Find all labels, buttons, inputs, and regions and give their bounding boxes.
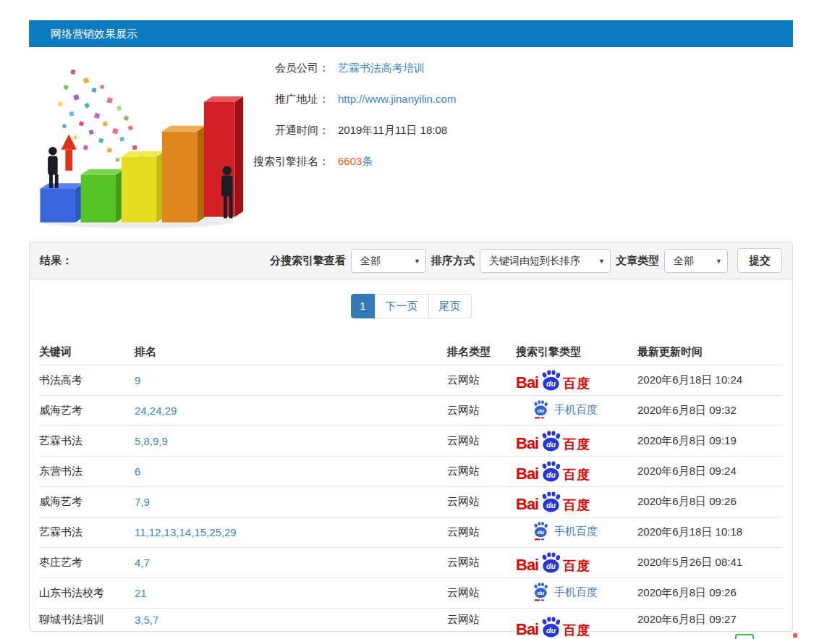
promotion-url-label: 推广地址： xyxy=(246,93,329,106)
engine-filter-label: 分搜索引擎查看 xyxy=(270,254,346,268)
sort-select-value: 关键词由短到长排序 xyxy=(489,255,580,266)
engine-rank-value: 6603条 xyxy=(338,155,373,169)
svg-text:du: du xyxy=(546,562,556,570)
article-type-label: 文章类型 xyxy=(616,254,659,268)
baidu-logo-cn: 百度 xyxy=(563,438,590,452)
updated-cell: 2020年6月8日 09:19 xyxy=(637,434,783,448)
updated-cell: 2020年6月8日 09:24 xyxy=(637,465,783,478)
rank-unit: 条 xyxy=(362,155,373,167)
results-body: 1 下一页 尾页 关键词排名排名类型搜索引擎类型最新更新时间 书法高考 9 云网… xyxy=(30,279,792,631)
baidu-paw-icon: du xyxy=(539,370,562,391)
company-link[interactable]: 艺霖书法高考培训 xyxy=(338,62,425,75)
ranks-cell[interactable]: 3,5,7 xyxy=(135,614,447,626)
bar-chart-growth-illustration xyxy=(29,56,246,233)
svg-text:du: du xyxy=(546,626,556,635)
company-row: 会员公司： 艺霖书法高考培训 xyxy=(246,62,456,75)
mobile-baidu-logo: du手机百度 xyxy=(532,522,598,541)
updated-cell: 2020年6月18日 10:18 xyxy=(637,525,783,539)
rank-type-cell: 云网站 xyxy=(447,373,516,387)
baidu-logo-text: Bai xyxy=(516,496,538,512)
baidu-logo: Baidu百度 xyxy=(516,461,590,481)
baidu-logo: Baidu百度 xyxy=(516,491,590,512)
ranks-cell[interactable]: 5,8,9,9 xyxy=(135,435,447,447)
baidu-logo-text: Bai xyxy=(516,622,538,638)
ranks-cell[interactable]: 7,9 xyxy=(135,496,447,508)
sort-filter-label: 排序方式 xyxy=(431,254,475,268)
promotion-url-link[interactable]: http://www.jinanyilin.com xyxy=(338,93,456,105)
member-info: 会员公司： 艺霖书法高考培训 推广地址： http://www.jinanyil… xyxy=(246,56,456,233)
engine-rank-label: 搜索引擎排名： xyxy=(246,155,329,169)
promo-image xyxy=(29,56,246,233)
engine-cell: Baidu百度 xyxy=(516,461,637,481)
engine-select[interactable]: 全部 ▼ xyxy=(351,249,426,273)
engine-cell: Baidu百度 xyxy=(516,552,637,572)
mobile-baidu-icon: du xyxy=(532,522,549,541)
sort-select[interactable]: 关键词由短到长排序 ▼ xyxy=(480,249,611,273)
keyword-cell: 书法高考 xyxy=(39,373,135,387)
baidu-logo: Baidu百度 xyxy=(516,552,590,572)
table-header-cell: 关键词 xyxy=(39,345,135,359)
floating-widget-partial[interactable] xyxy=(735,634,754,639)
baidu-logo-text: Bai xyxy=(516,375,538,391)
filter-bar: 结果： 分搜索引擎查看 全部 ▼ 排序方式 关键词由短到长排序 ▼ 文章类型 全… xyxy=(30,242,792,279)
chevron-down-icon: ▼ xyxy=(598,250,605,273)
company-label: 会员公司： xyxy=(246,62,329,75)
article-type-value: 全部 xyxy=(674,255,694,266)
updated-cell: 2020年6月8日 09:26 xyxy=(637,495,783,509)
next-page-button[interactable]: 下一页 xyxy=(375,294,429,318)
svg-text:du: du xyxy=(546,379,556,388)
table-header-cell: 最新更新时间 xyxy=(637,345,783,359)
open-time-label: 开通时间： xyxy=(246,124,329,137)
last-page-button[interactable]: 尾页 xyxy=(428,294,472,318)
rank-type-cell: 云网站 xyxy=(447,586,516,600)
mobile-baidu-label: 手机百度 xyxy=(554,585,598,599)
baidu-paw-icon: du xyxy=(539,617,562,638)
page-title: 网络营销效果展示 xyxy=(51,27,137,40)
table-row: 聊城书法培训 3,5,7 云网站 Baidu百度 2020年6月8日 09:27 xyxy=(39,609,783,631)
engine-select-value: 全部 xyxy=(360,255,381,266)
ranks-cell[interactable]: 11,12,13,14,15,25,29 xyxy=(135,526,447,538)
open-time-row: 开通时间： 2019年11月11日 18:08 xyxy=(246,124,456,137)
table-row: 枣庄艺考 4,7 云网站 Baidu百度 2020年5月26日 08:41 xyxy=(39,548,783,578)
engine-cell: Baidu百度 xyxy=(516,431,637,451)
filter-group: 分搜索引擎查看 全部 ▼ 排序方式 关键词由短到长排序 ▼ 文章类型 全部 ▼ … xyxy=(270,248,782,273)
engine-cell: Baidu百度 xyxy=(516,609,637,630)
keyword-cell: 艺霖书法 xyxy=(39,434,135,448)
page-title-bar: 网络营销效果展示 xyxy=(29,20,793,47)
rank-type-cell: 云网站 xyxy=(447,613,516,627)
rank-type-cell: 云网站 xyxy=(447,556,516,570)
svg-text:du: du xyxy=(537,407,544,414)
keyword-cell: 东营书法 xyxy=(39,465,135,478)
keyword-cell: 聊城书法培训 xyxy=(39,613,135,627)
submit-button[interactable]: 提交 xyxy=(737,248,782,273)
ranks-cell[interactable]: 21 xyxy=(135,587,447,599)
ranks-cell[interactable]: 9 xyxy=(135,374,447,386)
keyword-cell: 威海艺考 xyxy=(39,495,135,509)
baidu-logo-text: Bai xyxy=(516,466,538,482)
rankings-table: 关键词排名排名类型搜索引擎类型最新更新时间 书法高考 9 云网站 Baidu百度… xyxy=(39,339,783,631)
svg-text:du: du xyxy=(546,501,556,509)
updated-cell: 2020年6月8日 09:32 xyxy=(637,404,783,418)
rank-type-cell: 云网站 xyxy=(447,525,516,539)
svg-text:du: du xyxy=(546,440,556,449)
rank-count: 6603 xyxy=(338,155,362,167)
engine-cell: Baidu百度 xyxy=(516,370,637,390)
pagination: 1 下一页 尾页 xyxy=(39,294,783,318)
member-info-section: 会员公司： 艺霖书法高考培训 推广地址： http://www.jinanyil… xyxy=(29,47,793,237)
ranks-cell[interactable]: 24,24,29 xyxy=(135,405,447,417)
engine-cell: Baidu百度 xyxy=(516,491,637,512)
article-type-select[interactable]: 全部 ▼ xyxy=(664,249,728,273)
table-header-cell: 搜索引擎类型 xyxy=(516,345,637,359)
baidu-logo-cn: 百度 xyxy=(563,499,590,512)
baidu-logo: Baidu百度 xyxy=(516,617,590,637)
svg-text:du: du xyxy=(537,529,544,536)
baidu-logo: Baidu百度 xyxy=(516,370,590,390)
keyword-cell: 威海艺考 xyxy=(39,404,135,418)
ranks-cell[interactable]: 6 xyxy=(135,465,447,478)
ranks-cell[interactable]: 4,7 xyxy=(135,557,447,569)
page-button-1[interactable]: 1 xyxy=(351,294,376,318)
results-panel: 结果： 分搜索引擎查看 全部 ▼ 排序方式 关键词由短到长排序 ▼ 文章类型 全… xyxy=(29,242,793,632)
table-row: 威海艺考 24,24,29 云网站 du手机百度 2020年6月8日 09:32 xyxy=(39,396,783,426)
baidu-paw-icon: du xyxy=(539,461,562,482)
baidu-logo-cn: 百度 xyxy=(563,468,590,482)
